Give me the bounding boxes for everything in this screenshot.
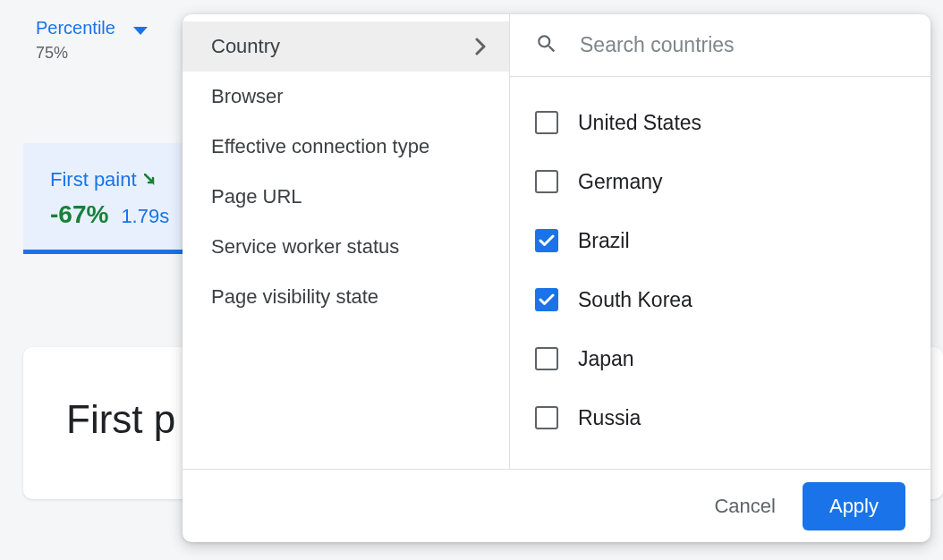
- filter-option-label: Russia: [578, 406, 641, 430]
- filter-option-label: Brazil: [578, 229, 630, 253]
- detail-title: First p: [66, 397, 175, 449]
- filter-option-row[interactable]: Brazil: [535, 211, 905, 270]
- filter-category-item[interactable]: Page visibility state: [183, 272, 509, 322]
- checkbox[interactable]: [535, 406, 558, 429]
- search-input[interactable]: [580, 33, 905, 57]
- metric-time: 1.79s: [121, 205, 169, 228]
- filter-category-label: Country: [211, 35, 280, 58]
- filter-category-label: Page URL: [211, 185, 302, 208]
- checkbox[interactable]: [535, 229, 558, 252]
- filter-category-label: Service worker status: [211, 235, 399, 259]
- filter-option-row[interactable]: Japan: [535, 329, 905, 388]
- cancel-button[interactable]: Cancel: [714, 495, 775, 518]
- percentile-value: 75%: [36, 44, 115, 63]
- filter-category-item[interactable]: Browser: [183, 72, 509, 122]
- filter-category-item[interactable]: Country: [183, 21, 509, 72]
- chevron-down-icon: [133, 23, 148, 39]
- filter-category-item[interactable]: Effective connection type: [183, 122, 509, 172]
- filter-dialog: CountryBrowserEffective connection typeP…: [183, 14, 930, 542]
- checkbox[interactable]: [535, 347, 558, 370]
- filter-option-row[interactable]: United States: [535, 93, 905, 152]
- apply-button[interactable]: Apply: [803, 482, 905, 530]
- filter-category-label: Effective connection type: [211, 135, 429, 158]
- checkbox[interactable]: [535, 111, 558, 134]
- filter-options-list: United StatesGermanyBrazilSouth KoreaJap…: [510, 77, 930, 469]
- dialog-footer: Cancel Apply: [183, 469, 930, 542]
- filter-category-item[interactable]: Service worker status: [183, 222, 509, 272]
- metric-title: First paint: [50, 168, 137, 191]
- chevron-right-icon: [475, 38, 486, 55]
- search-icon: [535, 32, 558, 59]
- filter-category-label: Page visibility state: [211, 285, 378, 309]
- filter-option-row[interactable]: South Korea: [535, 270, 905, 329]
- percentile-label: Percentile: [36, 18, 115, 38]
- trend-down-icon: [144, 168, 160, 191]
- filter-option-label: South Korea: [578, 288, 692, 312]
- percentile-dropdown[interactable]: Percentile 75%: [36, 18, 148, 63]
- filter-option-label: Japan: [578, 347, 634, 371]
- filter-category-list: CountryBrowserEffective connection typeP…: [183, 14, 510, 469]
- checkbox[interactable]: [535, 288, 558, 311]
- filter-option-row[interactable]: Germany: [535, 152, 905, 211]
- filter-category-label: Browser: [211, 85, 284, 108]
- metric-change: -67%: [50, 200, 108, 229]
- filter-category-item[interactable]: Page URL: [183, 172, 509, 222]
- filter-option-label: United States: [578, 111, 701, 135]
- filter-option-row[interactable]: Russia: [535, 388, 905, 447]
- search-row: [510, 14, 930, 77]
- filter-option-label: Germany: [578, 170, 663, 194]
- checkbox[interactable]: [535, 170, 558, 193]
